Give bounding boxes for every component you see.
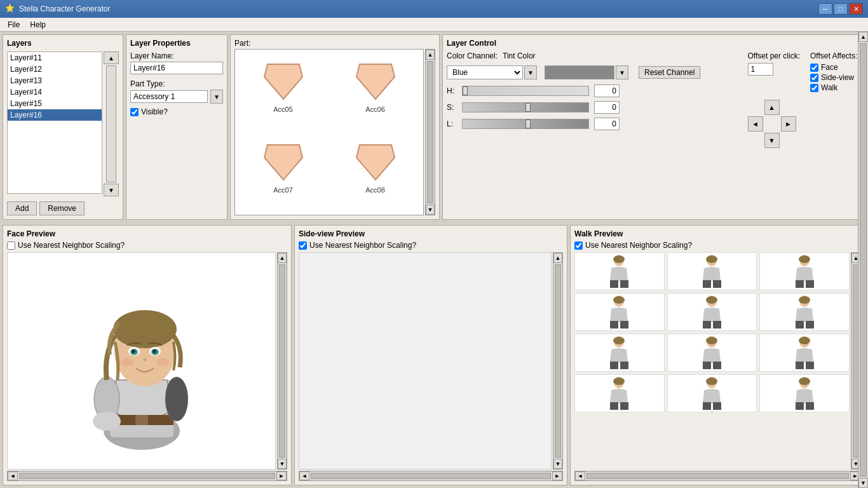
side-scroll-up[interactable]: ▲ bbox=[553, 253, 562, 263]
svg-rect-21 bbox=[620, 280, 628, 288]
part-scroll-up[interactable]: ▲ bbox=[426, 50, 435, 60]
s-slider[interactable] bbox=[462, 102, 589, 112]
h-slider[interactable] bbox=[462, 86, 589, 96]
part-type-select-wrapper: Accessory 1 ▼ bbox=[130, 90, 223, 104]
side-hscroll-left[interactable]: ◄ bbox=[299, 471, 309, 480]
sideview-checkbox[interactable] bbox=[810, 74, 818, 82]
face-canvas bbox=[7, 252, 276, 470]
part-acc07[interactable]: Acc07 bbox=[238, 133, 329, 212]
app-icon: ⭐ bbox=[5, 4, 15, 14]
remove-layer-button[interactable]: Remove bbox=[39, 201, 85, 215]
close-button[interactable]: ✕ bbox=[849, 3, 863, 15]
svg-point-38 bbox=[706, 296, 717, 304]
svg-point-18 bbox=[156, 358, 169, 366]
s-value-input[interactable] bbox=[594, 101, 620, 114]
face-scroll-down[interactable]: ▼ bbox=[278, 459, 287, 469]
layer-scrollbar[interactable] bbox=[106, 65, 116, 182]
svg-point-6 bbox=[165, 377, 188, 421]
tint-color-arrow[interactable]: ▼ bbox=[616, 65, 628, 79]
part-acc06[interactable]: Acc06 bbox=[330, 52, 421, 132]
part-scroll-down[interactable]: ▼ bbox=[426, 205, 435, 215]
arrow-left-button[interactable]: ◄ bbox=[748, 116, 763, 132]
side-scaling-checkbox[interactable] bbox=[299, 241, 307, 250]
part-scroll-thumb[interactable] bbox=[427, 61, 433, 203]
part-type-dropdown[interactable]: Accessory 1 bbox=[130, 90, 208, 103]
h-value-input[interactable] bbox=[594, 85, 620, 97]
color-channel-dropdown[interactable]: Blue bbox=[447, 65, 523, 79]
side-hscrollbar[interactable]: ◄ ► bbox=[299, 471, 563, 481]
arrow-up-button[interactable]: ▲ bbox=[764, 100, 780, 115]
l-slider[interactable] bbox=[462, 119, 589, 129]
arrow-right-button[interactable]: ► bbox=[781, 116, 796, 132]
main-vscrollbar[interactable]: ▲ ▼ bbox=[858, 32, 868, 488]
walk-hscroll-left[interactable]: ◄ bbox=[575, 471, 585, 480]
affects-section: Offset Affects: Face Side-view bbox=[810, 51, 861, 92]
part-preview-panel: Part: Acc05 bbox=[230, 34, 440, 220]
layer-item-14[interactable]: Layer#14 bbox=[8, 86, 102, 98]
walk-preview-panel: Walk Preview Use Nearest Neighbor Scalin… bbox=[570, 225, 865, 485]
part-acc05[interactable]: Acc05 bbox=[238, 52, 329, 132]
part-type-arrow[interactable]: ▼ bbox=[210, 90, 223, 104]
walk-scaling-checkbox[interactable] bbox=[574, 241, 583, 250]
minimize-button[interactable]: ─ bbox=[818, 3, 832, 15]
side-hscroll-thumb[interactable] bbox=[311, 473, 551, 479]
main-scroll-down[interactable]: ▼ bbox=[858, 478, 868, 488]
menu-file[interactable]: File bbox=[3, 19, 25, 30]
menu-help[interactable]: Help bbox=[25, 19, 51, 30]
side-scroll-down[interactable]: ▼ bbox=[553, 459, 562, 469]
side-vscrollbar[interactable]: ▲ ▼ bbox=[553, 252, 563, 470]
part-vertical-scrollbar[interactable]: ▲ ▼ bbox=[425, 49, 435, 215]
color-channel-arrow[interactable]: ▼ bbox=[524, 65, 537, 79]
face-checkbox[interactable] bbox=[810, 64, 818, 72]
l-slider-thumb[interactable] bbox=[526, 119, 531, 128]
layer-scroll-up[interactable]: ▲ bbox=[104, 51, 119, 64]
walk-checkbox[interactable] bbox=[810, 84, 818, 92]
face-vscrollbar[interactable]: ▲ ▼ bbox=[277, 252, 287, 470]
face-checkbox-row: Face bbox=[810, 63, 861, 72]
face-hscroll-thumb[interactable] bbox=[19, 473, 275, 479]
side-scroll-thumb[interactable] bbox=[555, 264, 561, 458]
part-acc08[interactable]: Acc08 bbox=[330, 133, 421, 212]
add-layer-button[interactable]: Add bbox=[7, 201, 37, 215]
layer-name-input[interactable] bbox=[130, 62, 223, 74]
layer-name-label: Layer Name: bbox=[130, 51, 223, 60]
lc-top-section: Color Channel: Tint Color Blue ▼ bbox=[447, 51, 861, 148]
layer-item-11[interactable]: Layer#11 bbox=[8, 52, 102, 64]
main-scroll-up[interactable]: ▲ bbox=[858, 32, 868, 42]
offset-input[interactable] bbox=[748, 63, 773, 76]
face-hscroll-right[interactable]: ► bbox=[276, 471, 287, 480]
svg-point-42 bbox=[799, 296, 810, 304]
visible-checkbox[interactable] bbox=[130, 108, 139, 116]
svg-point-34 bbox=[613, 296, 625, 304]
s-slider-thumb[interactable] bbox=[526, 103, 531, 112]
face-scroll-thumb[interactable] bbox=[279, 264, 285, 458]
side-hscroll-right[interactable]: ► bbox=[552, 471, 562, 480]
face-scaling-label: Use Nearest Neighbor Scaling? bbox=[18, 241, 125, 250]
walk-hscroll-thumb[interactable] bbox=[587, 473, 849, 479]
acc05-label: Acc05 bbox=[273, 105, 293, 113]
face-hscroll-left[interactable]: ◄ bbox=[8, 471, 18, 480]
face-preview-panel: Face Preview Use Nearest Neighbor Scalin… bbox=[3, 225, 292, 485]
layer-item-13[interactable]: Layer#13 bbox=[8, 75, 102, 86]
reset-channel-button[interactable]: Reset Channel bbox=[639, 66, 700, 79]
face-hscrollbar[interactable]: ◄ ► bbox=[7, 471, 287, 481]
face-scaling-checkbox[interactable] bbox=[7, 241, 15, 250]
offset-label: Offset per click: bbox=[748, 51, 800, 60]
svg-rect-36 bbox=[703, 321, 711, 329]
affects-label: Offset Affects: bbox=[810, 51, 861, 60]
l-value-input[interactable] bbox=[594, 118, 620, 130]
h-slider-thumb[interactable] bbox=[463, 86, 468, 95]
layer-item-15[interactable]: Layer#15 bbox=[8, 98, 102, 109]
walk-hscrollbar[interactable]: ◄ ► bbox=[574, 471, 861, 481]
main-scroll-thumb[interactable] bbox=[860, 43, 867, 477]
arrow-down-button[interactable]: ▼ bbox=[764, 133, 780, 148]
part-type-label: Part Type: bbox=[130, 79, 223, 88]
face-scroll-up[interactable]: ▲ bbox=[278, 253, 287, 263]
sideview-checkbox-row: Side-view bbox=[810, 73, 861, 82]
layer-item-12[interactable]: Layer#12 bbox=[8, 64, 102, 75]
svg-point-9 bbox=[113, 310, 177, 348]
side-canvas bbox=[299, 252, 552, 470]
layer-item-16[interactable]: Layer#16 bbox=[8, 109, 102, 121]
layer-scroll-down[interactable]: ▼ bbox=[104, 184, 119, 196]
restore-button[interactable]: □ bbox=[834, 3, 848, 15]
